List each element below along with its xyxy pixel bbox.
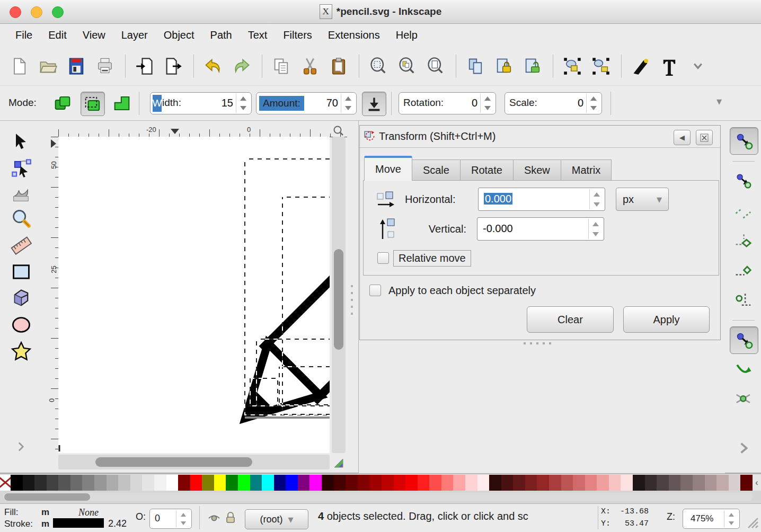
canvas[interactable] xyxy=(58,137,330,453)
mode-move-button[interactable] xyxy=(51,92,74,115)
palette-scroll-arrow[interactable]: ‹ xyxy=(753,475,761,491)
palette-swatch[interactable] xyxy=(322,475,334,491)
stroke-color-swatch[interactable] xyxy=(53,518,104,528)
palette-swatch[interactable] xyxy=(34,475,47,491)
menu-help[interactable]: Help xyxy=(388,27,426,43)
tab-move[interactable]: Move xyxy=(364,156,412,181)
palette-swatch[interactable] xyxy=(226,475,238,491)
layer-visibility-icon[interactable] xyxy=(208,511,220,524)
vertical-scrollbar-thumb[interactable] xyxy=(334,249,343,350)
dialog-resize-grip[interactable] xyxy=(524,342,551,344)
menu-view[interactable]: View xyxy=(75,27,113,43)
tweak-tool-button[interactable] xyxy=(7,181,35,206)
snap-bbox-button[interactable] xyxy=(730,167,757,194)
palette-swatch[interactable] xyxy=(441,475,454,491)
window-resize-grip[interactable] xyxy=(746,515,759,529)
width-spinbox[interactable]: W idth: 15 xyxy=(150,92,252,114)
palette-swatch[interactable] xyxy=(477,475,490,491)
width-spinner[interactable] xyxy=(236,94,250,113)
palette-swatch[interactable] xyxy=(142,475,154,491)
overflow-chevron-right-button[interactable] xyxy=(730,435,757,461)
export-button[interactable] xyxy=(162,55,185,78)
palette-swatch[interactable] xyxy=(107,475,119,491)
palette-swatch[interactable] xyxy=(621,475,633,491)
clear-button[interactable]: Clear xyxy=(527,306,614,333)
rectangle-tool-button[interactable] xyxy=(7,260,35,284)
snap-enable-button[interactable] xyxy=(730,127,758,155)
color-managed-view-icon[interactable] xyxy=(333,457,345,469)
palette-swatch[interactable] xyxy=(740,475,753,491)
paste-button[interactable] xyxy=(327,55,350,78)
vertical-input[interactable]: -0.000 xyxy=(477,217,604,241)
palette-swatch[interactable] xyxy=(130,475,143,491)
palette-swatch[interactable] xyxy=(190,475,202,491)
horizontal-scrollbar-thumb[interactable] xyxy=(95,457,252,467)
pressure-toggle-button[interactable] xyxy=(362,92,386,116)
palette-swatch[interactable] xyxy=(238,475,250,491)
palette-swatch[interactable] xyxy=(286,475,298,491)
palette-swatch[interactable] xyxy=(178,475,190,491)
vertical-ruler[interactable]: 50 25 0 xyxy=(50,137,59,453)
snap-nodes-button[interactable] xyxy=(730,326,758,354)
relative-move-checkbox[interactable] xyxy=(377,252,389,264)
palette-swatch[interactable] xyxy=(525,475,537,491)
palette-swatch[interactable] xyxy=(585,475,597,491)
tab-rotate[interactable]: Rotate xyxy=(461,159,514,181)
document-new-button[interactable] xyxy=(7,55,31,78)
palette-swatch[interactable] xyxy=(609,475,621,491)
horizontal-spinner[interactable] xyxy=(589,189,604,209)
zoom-page-button[interactable] xyxy=(424,55,447,78)
palette-swatch[interactable] xyxy=(561,475,573,491)
apply-button[interactable]: Apply xyxy=(623,306,710,333)
opacity-spinbox[interactable]: 0 xyxy=(149,509,192,529)
mode-corner-button[interactable] xyxy=(110,92,134,115)
palette-swatch[interactable] xyxy=(166,475,179,491)
toolbox-overflow-button[interactable] xyxy=(7,435,35,459)
snap-path-button[interactable] xyxy=(730,356,757,383)
document-save-button[interactable] xyxy=(65,55,88,78)
horizontal-ruler[interactable]: -20 0 xyxy=(58,127,347,137)
ungroup-button[interactable] xyxy=(589,55,613,78)
snap-bbox-corners-button[interactable] xyxy=(730,227,757,253)
layer-dropdown[interactable]: (root)▾ xyxy=(245,509,308,529)
fill-stroke-button[interactable] xyxy=(629,55,652,78)
snap-bbox-edge-mid-button[interactable] xyxy=(730,256,757,283)
palette-swatch[interactable] xyxy=(645,475,657,491)
palette-swatch[interactable] xyxy=(537,475,549,491)
unit-dropdown[interactable]: px▾ xyxy=(616,188,669,211)
palette-swatch[interactable] xyxy=(669,475,681,491)
amount-spinner[interactable] xyxy=(341,94,355,113)
menu-file[interactable]: File xyxy=(7,27,40,43)
snap-bbox-edges-button[interactable] xyxy=(730,197,757,224)
menu-extensions[interactable]: Extensions xyxy=(320,27,388,43)
palette-swatch[interactable] xyxy=(369,475,382,491)
amount-spinbox[interactable]: Amount: 70 xyxy=(256,92,357,114)
horizontal-input[interactable]: 0.000 xyxy=(478,188,605,211)
rotation-spinner[interactable] xyxy=(480,94,494,113)
palette-scrollbar-thumb[interactable] xyxy=(4,493,90,501)
palette-swatch[interactable] xyxy=(549,475,561,491)
palette-swatch[interactable] xyxy=(334,475,346,491)
palette-swatch[interactable] xyxy=(394,475,406,491)
toolbar-overflow-chevron-icon[interactable]: ▾ xyxy=(716,95,722,108)
palette-swatch[interactable] xyxy=(453,475,465,491)
palette-swatch[interactable] xyxy=(298,475,310,491)
copy-button[interactable] xyxy=(270,55,293,78)
palette-swatch[interactable] xyxy=(262,475,274,491)
palette-swatch[interactable] xyxy=(680,475,693,491)
tab-skew[interactable]: Skew xyxy=(514,159,561,181)
zoom-spinbox[interactable]: 475% xyxy=(683,509,740,529)
relative-move-label[interactable]: Relative move xyxy=(393,250,471,267)
mode-dash-button[interactable] xyxy=(81,92,105,116)
palette-swatch[interactable] xyxy=(633,475,645,491)
palette-swatch[interactable] xyxy=(573,475,585,491)
panel-resize-grip[interactable] xyxy=(351,285,353,315)
unlink-clone-button[interactable] xyxy=(521,55,544,78)
opacity-spinner[interactable] xyxy=(176,510,190,527)
fill-value[interactable]: None xyxy=(78,507,99,518)
zoom-corner-icon[interactable] xyxy=(333,125,344,137)
palette-swatch[interactable] xyxy=(657,475,669,491)
create-clone-button[interactable] xyxy=(492,55,516,78)
zoom-tool-button[interactable] xyxy=(7,207,35,231)
palette-swatch[interactable] xyxy=(94,475,107,491)
